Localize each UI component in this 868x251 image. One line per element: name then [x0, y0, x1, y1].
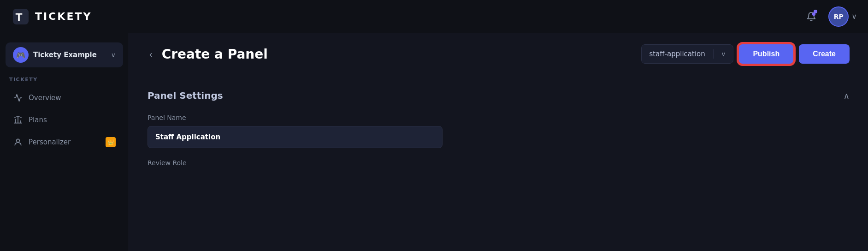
overview-icon: [13, 93, 23, 103]
back-button[interactable]: ‹: [148, 47, 154, 61]
channel-selector[interactable]: staff-application ∨: [641, 44, 733, 64]
review-role-field: Review Role: [148, 159, 850, 167]
avatar-area[interactable]: RP ∨: [828, 6, 857, 27]
server-name: Tickety Example: [33, 51, 106, 59]
server-icon: 🎮: [13, 47, 29, 63]
sidebar-item-plans[interactable]: Plans: [4, 109, 125, 131]
top-nav: T TICKETY RP ∨: [0, 0, 868, 33]
header-actions: staff-application ∨ Publish Create: [641, 44, 850, 64]
personalizer-icon: [13, 137, 23, 147]
notifications-button[interactable]: [802, 7, 821, 26]
nav-right: RP ∨: [802, 6, 857, 27]
logo-icon: T: [11, 7, 30, 26]
create-button[interactable]: Create: [799, 44, 850, 64]
avatar[interactable]: RP: [828, 6, 849, 27]
svg-point-3: [17, 139, 20, 142]
panel-name-input[interactable]: Staff Application: [148, 126, 443, 148]
panel-name-field: Panel Name Staff Application: [148, 114, 850, 148]
panel-settings-header: Panel Settings ∧: [148, 90, 850, 101]
content-body: Panel Settings ∧ Panel Name Staff Applic…: [129, 75, 868, 251]
avatar-dropdown-icon[interactable]: ∨: [851, 12, 857, 21]
personalizer-badge: 👑: [106, 137, 116, 147]
content-header: ‹ Create a Panel staff-application ∨ Pub…: [129, 33, 868, 75]
channel-divider: [713, 49, 714, 59]
plans-label: Plans: [29, 116, 116, 124]
sidebar-item-overview[interactable]: Overview: [4, 87, 125, 108]
sidebar: 🎮 Tickety Example ∨ TICKETY Overview Pla…: [0, 33, 129, 251]
panel-name-value: Staff Application: [155, 133, 220, 141]
page-title: Create a Panel: [162, 47, 268, 62]
channel-chevron-icon: ∨: [721, 50, 726, 58]
channel-selector-value: staff-application: [649, 50, 706, 58]
collapse-icon[interactable]: ∧: [844, 91, 850, 101]
publish-button[interactable]: Publish: [739, 44, 793, 64]
overview-label: Overview: [29, 94, 116, 102]
panel-name-label: Panel Name: [148, 114, 850, 121]
plans-icon: [13, 115, 23, 125]
app-name: TICKETY: [35, 11, 92, 22]
svg-text:T: T: [16, 11, 23, 23]
logo-area: T TICKETY: [11, 7, 92, 26]
svg-point-2: [812, 12, 815, 15]
server-chevron-icon: ∨: [111, 51, 116, 59]
panel-settings-title: Panel Settings: [148, 90, 223, 101]
personalizer-label: Personalizer: [29, 138, 100, 146]
sidebar-section-label: TICKETY: [0, 77, 129, 83]
review-role-label: Review Role: [148, 159, 850, 167]
server-selector[interactable]: 🎮 Tickety Example ∨: [6, 42, 123, 67]
main-layout: 🎮 Tickety Example ∨ TICKETY Overview Pla…: [0, 33, 868, 251]
content-title-area: ‹ Create a Panel: [148, 47, 268, 62]
main-content: ‹ Create a Panel staff-application ∨ Pub…: [129, 33, 868, 251]
sidebar-item-personalizer[interactable]: Personalizer 👑: [4, 131, 125, 153]
